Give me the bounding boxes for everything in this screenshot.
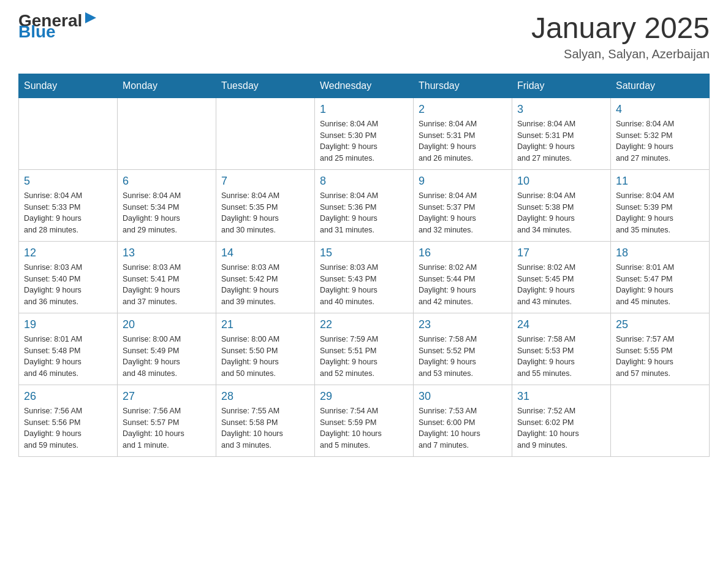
weekday-header-monday: Monday bbox=[118, 74, 216, 98]
day-info: Sunrise: 8:04 AMSunset: 5:31 PMDaylight:… bbox=[517, 118, 605, 164]
day-info: Sunrise: 8:03 AMSunset: 5:42 PMDaylight:… bbox=[221, 262, 309, 308]
calendar-cell-1-2 bbox=[118, 98, 216, 169]
calendar-cell-4-4: 22Sunrise: 7:59 AMSunset: 5:51 PMDayligh… bbox=[315, 313, 414, 385]
day-number: 17 bbox=[517, 247, 605, 259]
day-number: 10 bbox=[517, 175, 605, 188]
title-section: January 2025 Salyan, Salyan, Azerbaijan bbox=[531, 12, 710, 61]
calendar-cell-1-5: 2Sunrise: 8:04 AMSunset: 5:31 PMDaylight… bbox=[414, 98, 512, 169]
day-number: 25 bbox=[616, 318, 704, 331]
day-info: Sunrise: 8:01 AMSunset: 5:47 PMDaylight:… bbox=[616, 262, 704, 308]
day-number: 22 bbox=[320, 318, 408, 331]
day-info: Sunrise: 8:03 AMSunset: 5:41 PMDaylight:… bbox=[123, 262, 211, 308]
day-info: Sunrise: 8:03 AMSunset: 5:40 PMDaylight:… bbox=[24, 262, 112, 308]
calendar-cell-3-6: 17Sunrise: 8:02 AMSunset: 5:45 PMDayligh… bbox=[512, 241, 611, 313]
day-number: 26 bbox=[24, 390, 112, 403]
calendar-table: SundayMondayTuesdayWednesdayThursdayFrid… bbox=[18, 74, 710, 457]
day-number: 6 bbox=[123, 175, 211, 188]
day-number: 14 bbox=[221, 247, 309, 259]
svg-marker-1 bbox=[85, 12, 96, 23]
day-info: Sunrise: 7:58 AMSunset: 5:52 PMDaylight:… bbox=[419, 334, 507, 380]
day-info: Sunrise: 8:04 AMSunset: 5:35 PMDaylight:… bbox=[221, 190, 309, 236]
weekday-header-friday: Friday bbox=[512, 74, 611, 98]
calendar-cell-2-2: 6Sunrise: 8:04 AMSunset: 5:34 PMDaylight… bbox=[118, 169, 216, 241]
day-number: 3 bbox=[517, 103, 605, 116]
day-info: Sunrise: 8:04 AMSunset: 5:39 PMDaylight:… bbox=[616, 190, 704, 236]
day-number: 31 bbox=[517, 390, 605, 403]
day-number: 18 bbox=[616, 247, 704, 259]
calendar-cell-1-3 bbox=[216, 98, 315, 169]
weekday-header-tuesday: Tuesday bbox=[216, 74, 315, 98]
day-number: 4 bbox=[616, 103, 704, 116]
day-number: 11 bbox=[616, 175, 704, 188]
calendar-cell-3-3: 14Sunrise: 8:03 AMSunset: 5:42 PMDayligh… bbox=[216, 241, 315, 313]
day-info: Sunrise: 8:04 AMSunset: 5:32 PMDaylight:… bbox=[616, 118, 704, 164]
weekday-header-saturday: Saturday bbox=[611, 74, 710, 98]
calendar-cell-2-6: 10Sunrise: 8:04 AMSunset: 5:38 PMDayligh… bbox=[512, 169, 611, 241]
calendar-row-week-3: 12Sunrise: 8:03 AMSunset: 5:40 PMDayligh… bbox=[19, 241, 710, 313]
day-info: Sunrise: 7:57 AMSunset: 5:55 PMDaylight:… bbox=[616, 334, 704, 380]
calendar-cell-4-1: 19Sunrise: 8:01 AMSunset: 5:48 PMDayligh… bbox=[19, 313, 118, 385]
day-number: 7 bbox=[221, 175, 309, 188]
calendar-cell-3-7: 18Sunrise: 8:01 AMSunset: 5:47 PMDayligh… bbox=[611, 241, 710, 313]
day-number: 24 bbox=[517, 318, 605, 331]
day-number: 16 bbox=[419, 247, 507, 259]
calendar-cell-1-4: 1Sunrise: 8:04 AMSunset: 5:30 PMDaylight… bbox=[315, 98, 414, 169]
calendar-cell-1-1 bbox=[19, 98, 118, 169]
day-info: Sunrise: 7:56 AMSunset: 5:57 PMDaylight:… bbox=[123, 405, 211, 451]
day-info: Sunrise: 7:59 AMSunset: 5:51 PMDaylight:… bbox=[320, 334, 408, 380]
day-info: Sunrise: 7:54 AMSunset: 5:59 PMDaylight:… bbox=[320, 405, 408, 451]
calendar-cell-3-4: 15Sunrise: 8:03 AMSunset: 5:43 PMDayligh… bbox=[315, 241, 414, 313]
day-info: Sunrise: 7:56 AMSunset: 5:56 PMDaylight:… bbox=[24, 405, 112, 451]
calendar-cell-3-2: 13Sunrise: 8:03 AMSunset: 5:41 PMDayligh… bbox=[118, 241, 216, 313]
calendar-row-week-1: 1Sunrise: 8:04 AMSunset: 5:30 PMDaylight… bbox=[19, 98, 710, 169]
logo-triangle-icon bbox=[84, 11, 97, 25]
calendar-cell-4-3: 21Sunrise: 8:00 AMSunset: 5:50 PMDayligh… bbox=[216, 313, 315, 385]
calendar-cell-2-5: 9Sunrise: 8:04 AMSunset: 5:37 PMDaylight… bbox=[414, 169, 512, 241]
weekday-header-thursday: Thursday bbox=[414, 74, 512, 98]
day-number: 20 bbox=[123, 318, 211, 331]
calendar-cell-5-7 bbox=[611, 385, 710, 456]
day-info: Sunrise: 8:02 AMSunset: 5:44 PMDaylight:… bbox=[419, 262, 507, 308]
day-number: 9 bbox=[419, 175, 507, 188]
day-info: Sunrise: 8:03 AMSunset: 5:43 PMDaylight:… bbox=[320, 262, 408, 308]
day-number: 1 bbox=[320, 103, 408, 116]
day-info: Sunrise: 8:04 AMSunset: 5:33 PMDaylight:… bbox=[24, 190, 112, 236]
month-title: January 2025 bbox=[531, 12, 710, 45]
calendar-cell-5-3: 28Sunrise: 7:55 AMSunset: 5:58 PMDayligh… bbox=[216, 385, 315, 456]
day-info: Sunrise: 8:04 AMSunset: 5:37 PMDaylight:… bbox=[419, 190, 507, 236]
calendar-cell-4-5: 23Sunrise: 7:58 AMSunset: 5:52 PMDayligh… bbox=[414, 313, 512, 385]
day-info: Sunrise: 8:04 AMSunset: 5:31 PMDaylight:… bbox=[419, 118, 507, 164]
calendar-cell-1-7: 4Sunrise: 8:04 AMSunset: 5:32 PMDaylight… bbox=[611, 98, 710, 169]
calendar-cell-5-5: 30Sunrise: 7:53 AMSunset: 6:00 PMDayligh… bbox=[414, 385, 512, 456]
calendar-cell-3-5: 16Sunrise: 8:02 AMSunset: 5:44 PMDayligh… bbox=[414, 241, 512, 313]
calendar-cell-2-1: 5Sunrise: 8:04 AMSunset: 5:33 PMDaylight… bbox=[19, 169, 118, 241]
day-number: 28 bbox=[221, 390, 309, 403]
day-info: Sunrise: 7:52 AMSunset: 6:02 PMDaylight:… bbox=[517, 405, 605, 451]
day-info: Sunrise: 8:02 AMSunset: 5:45 PMDaylight:… bbox=[517, 262, 605, 308]
calendar-row-week-5: 26Sunrise: 7:56 AMSunset: 5:56 PMDayligh… bbox=[19, 385, 710, 456]
location-title: Salyan, Salyan, Azerbaijan bbox=[531, 47, 710, 61]
day-number: 27 bbox=[123, 390, 211, 403]
day-number: 13 bbox=[123, 247, 211, 259]
calendar-header-row: SundayMondayTuesdayWednesdayThursdayFrid… bbox=[19, 74, 710, 98]
day-number: 2 bbox=[419, 103, 507, 116]
calendar-cell-2-7: 11Sunrise: 8:04 AMSunset: 5:39 PMDayligh… bbox=[611, 169, 710, 241]
day-number: 5 bbox=[24, 175, 112, 188]
page-header: General General Blue January 2025 Salyan… bbox=[18, 12, 710, 61]
logo-blue-text: Blue bbox=[18, 23, 56, 40]
day-number: 19 bbox=[24, 318, 112, 331]
day-info: Sunrise: 8:01 AMSunset: 5:48 PMDaylight:… bbox=[24, 334, 112, 380]
calendar-cell-4-2: 20Sunrise: 8:00 AMSunset: 5:49 PMDayligh… bbox=[118, 313, 216, 385]
day-info: Sunrise: 8:04 AMSunset: 5:30 PMDaylight:… bbox=[320, 118, 408, 164]
calendar-cell-2-3: 7Sunrise: 8:04 AMSunset: 5:35 PMDaylight… bbox=[216, 169, 315, 241]
calendar-cell-5-1: 26Sunrise: 7:56 AMSunset: 5:56 PMDayligh… bbox=[19, 385, 118, 456]
calendar-cell-4-7: 25Sunrise: 7:57 AMSunset: 5:55 PMDayligh… bbox=[611, 313, 710, 385]
day-number: 12 bbox=[24, 247, 112, 259]
day-info: Sunrise: 7:58 AMSunset: 5:53 PMDaylight:… bbox=[517, 334, 605, 380]
day-info: Sunrise: 8:00 AMSunset: 5:50 PMDaylight:… bbox=[221, 334, 309, 380]
calendar-row-week-2: 5Sunrise: 8:04 AMSunset: 5:33 PMDaylight… bbox=[19, 169, 710, 241]
day-info: Sunrise: 8:00 AMSunset: 5:49 PMDaylight:… bbox=[123, 334, 211, 380]
calendar-row-week-4: 19Sunrise: 8:01 AMSunset: 5:48 PMDayligh… bbox=[19, 313, 710, 385]
day-number: 21 bbox=[221, 318, 309, 331]
day-info: Sunrise: 8:04 AMSunset: 5:38 PMDaylight:… bbox=[517, 190, 605, 236]
